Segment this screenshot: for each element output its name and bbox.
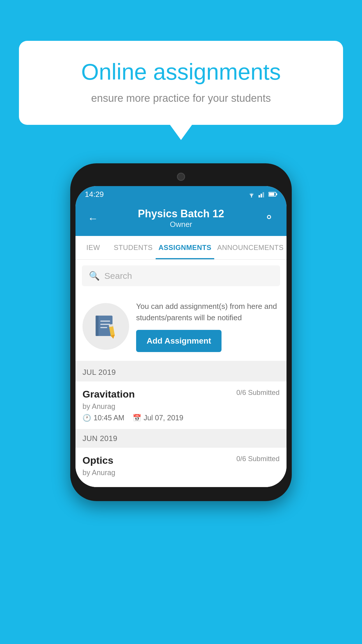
meta-date: 📅 Jul 07, 2019 [133, 414, 183, 422]
svg-rect-8 [96, 316, 99, 336]
promo-text: You can add assignment(s) from here and … [136, 301, 280, 323]
assignment-meta: 🕐 10:45 AM 📅 Jul 07, 2019 [82, 414, 280, 422]
search-container: 🔍 Search [75, 260, 287, 292]
svg-rect-2 [261, 194, 262, 197]
svg-rect-6 [276, 193, 277, 195]
promo-content: You can add assignment(s) from here and … [136, 301, 280, 352]
svg-rect-11 [100, 327, 107, 328]
tab-assignments[interactable]: ASSIGNMENTS [156, 236, 215, 259]
header-subtitle: Owner [138, 220, 224, 229]
tab-iew[interactable]: IEW [75, 236, 111, 259]
svg-point-0 [251, 196, 252, 197]
svg-rect-10 [100, 324, 110, 325]
status-time: 14:29 [85, 190, 104, 199]
svg-rect-9 [100, 321, 110, 322]
battery-icon [268, 192, 277, 197]
month-label-jun: JUN 2019 [82, 434, 117, 443]
add-assignment-button[interactable]: Add Assignment [136, 330, 222, 352]
assignment-title: Gravitation [82, 388, 135, 400]
phone-mockup: 14:29 [70, 163, 292, 501]
settings-button[interactable] [260, 211, 278, 225]
assignment-by: by Anurag [82, 402, 280, 411]
header-title: Physics Batch 12 [138, 208, 224, 220]
header-center: Physics Batch 12 Owner [138, 208, 224, 229]
search-placeholder: Search [104, 271, 132, 281]
app-header: ← Physics Batch 12 Owner [75, 202, 287, 236]
bubble-title: Online assignments [42, 58, 320, 86]
assignment-submitted: 0/6 Submitted [236, 388, 280, 397]
signal-icon [259, 191, 266, 197]
bubble-subtitle: ensure more practice for your students [42, 92, 320, 104]
phone-camera [177, 173, 185, 181]
tab-announcements[interactable]: ANNOUNCEMENTS [214, 236, 287, 259]
assignment-by-optics: by Anurag [82, 468, 280, 477]
svg-rect-1 [259, 195, 260, 197]
meta-date-value: Jul 07, 2019 [144, 414, 183, 422]
back-button[interactable]: ← [84, 212, 102, 225]
search-box[interactable]: 🔍 Search [82, 265, 280, 286]
calendar-icon: 📅 [133, 414, 141, 422]
wifi-icon [247, 191, 256, 197]
assignment-title-optics: Optics [82, 455, 113, 466]
promo-icon-circle [82, 303, 129, 350]
search-icon: 🔍 [89, 271, 100, 281]
phone-screen: 14:29 [75, 186, 287, 487]
assignment-top-optics: Optics 0/6 Submitted [82, 455, 280, 466]
assignment-submitted-optics: 0/6 Submitted [236, 455, 280, 463]
speech-bubble: Online assignments ensure more practice … [19, 41, 343, 125]
assignment-top: Gravitation 0/6 Submitted [82, 388, 280, 400]
svg-rect-3 [263, 192, 264, 197]
clock-icon: 🕐 [82, 414, 91, 422]
status-icons [247, 191, 277, 197]
tab-students[interactable]: STUDENTS [111, 236, 155, 259]
speech-bubble-container: Online assignments ensure more practice … [19, 41, 343, 125]
meta-time: 🕐 10:45 AM [82, 414, 124, 422]
tabs-bar: IEW STUDENTS ASSIGNMENTS ANNOUNCEMENTS [75, 236, 287, 260]
assignment-item-gravitation[interactable]: Gravitation 0/6 Submitted by Anurag 🕐 10… [75, 382, 287, 429]
month-header-jun: JUN 2019 [75, 429, 287, 448]
month-header-jul: JUL 2019 [75, 363, 287, 382]
svg-rect-5 [269, 193, 274, 196]
month-label-jul: JUL 2019 [82, 368, 116, 377]
promo-section: You can add assignment(s) from here and … [75, 292, 287, 363]
assignment-item-optics[interactable]: Optics 0/6 Submitted by Anurag [75, 448, 287, 487]
meta-time-value: 10:45 AM [94, 414, 124, 422]
notebook-icon [93, 313, 119, 340]
status-bar: 14:29 [75, 186, 287, 202]
